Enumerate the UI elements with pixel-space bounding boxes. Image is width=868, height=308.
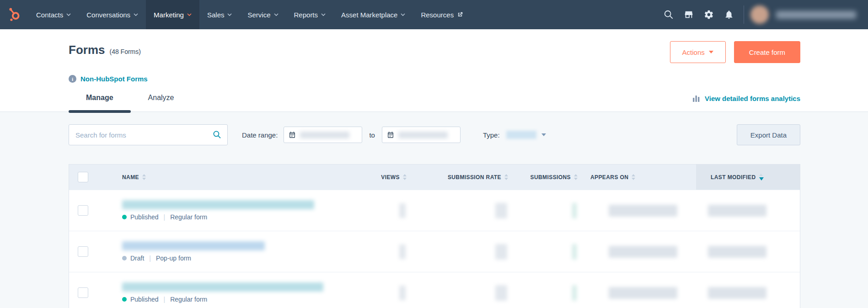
nav-label: Sales [207, 11, 225, 19]
nav-item-resources[interactable]: Resources [413, 0, 471, 29]
hubspot-logo-icon[interactable] [0, 0, 28, 29]
nav-item-contacts[interactable]: Contacts [28, 0, 79, 29]
main-content: Date range: to Type: Export Data NAME [0, 112, 868, 308]
export-data-button[interactable]: Export Data [737, 124, 800, 145]
type-label: Type: [483, 131, 500, 139]
search-input[interactable] [69, 124, 228, 145]
form-type-label: Regular form [170, 213, 207, 221]
column-label: SUBMISSIONS [530, 174, 571, 181]
submissions-value-redacted [572, 203, 577, 218]
create-form-button[interactable]: Create form [734, 41, 800, 63]
nav-label: Asset Marketplace [341, 11, 397, 19]
sort-carets-icon [632, 174, 635, 180]
row-checkbox[interactable] [78, 246, 88, 257]
nav-item-service[interactable]: Service [240, 0, 286, 29]
top-navbar: Contacts Conversations Marketing Sales S… [0, 0, 868, 29]
nav-item-marketing[interactable]: Marketing [146, 0, 199, 29]
forms-count: (48 Forms) [109, 48, 140, 55]
chevron-down-icon [541, 133, 546, 136]
status-divider: | [164, 296, 166, 303]
submission-rate-value-redacted [495, 244, 507, 260]
sort-carets-icon [142, 174, 146, 180]
date-start-input[interactable] [284, 127, 362, 143]
row-checkbox[interactable] [78, 205, 88, 216]
nav-item-asset-marketplace[interactable]: Asset Marketplace [333, 0, 413, 29]
bar-chart-icon [692, 94, 701, 102]
start-date-value-redacted [300, 132, 349, 138]
nav-marketplace-button[interactable] [679, 0, 699, 29]
status-label: Published [130, 296, 159, 303]
chevron-down-icon [709, 51, 713, 53]
status-dot-published [122, 297, 127, 302]
user-avatar[interactable] [750, 5, 769, 24]
table-row: Draft | Pop-up form [69, 231, 800, 272]
tab-bar: Manage Analyze [69, 94, 192, 112]
row-checkbox[interactable] [78, 287, 88, 298]
nav-item-reports[interactable]: Reports [286, 0, 334, 29]
form-name-redacted[interactable] [122, 282, 323, 292]
last-modified-value-redacted [708, 287, 766, 299]
chevron-down-icon [66, 13, 71, 16]
last-modified-value-redacted [708, 246, 766, 258]
account-name-redacted[interactable] [776, 11, 856, 19]
column-header-last-modified[interactable]: LAST MODIFIED [696, 165, 800, 190]
status-label: Draft [130, 255, 144, 262]
submission-rate-value-redacted [495, 203, 507, 218]
select-all-checkbox[interactable] [78, 172, 88, 182]
primary-nav: Contacts Conversations Marketing Sales S… [28, 0, 471, 29]
nav-notifications-button[interactable] [719, 0, 739, 29]
actions-button[interactable]: Actions [670, 41, 726, 63]
nav-item-conversations[interactable]: Conversations [79, 0, 146, 29]
forms-table: NAME VIEWS SUBMISSION RATE SUBMISSIONS A… [69, 164, 800, 308]
form-name-redacted[interactable] [122, 241, 265, 250]
tab-manage[interactable]: Manage [69, 94, 131, 112]
column-header-name[interactable]: NAME [96, 165, 371, 190]
nav-search-button[interactable] [659, 0, 679, 29]
tab-analyze[interactable]: Analyze [131, 94, 192, 112]
chevron-down-icon [134, 13, 138, 16]
nav-label: Conversations [86, 11, 130, 19]
navbar-right [659, 0, 868, 29]
column-header-appears-on[interactable]: APPEARS ON [583, 165, 696, 190]
submissions-value-redacted [572, 285, 577, 301]
type-dropdown[interactable] [506, 131, 546, 139]
nav-settings-button[interactable] [699, 0, 719, 29]
notifications-bell-icon [724, 10, 734, 20]
last-modified-value-redacted [708, 205, 766, 217]
nav-label: Resources [421, 11, 454, 19]
table-header-row: NAME VIEWS SUBMISSION RATE SUBMISSIONS A… [69, 165, 800, 190]
nav-item-sales[interactable]: Sales [199, 0, 240, 29]
sprocket-icon [7, 7, 21, 22]
appears-on-value-redacted [609, 246, 677, 258]
date-end-input[interactable] [382, 127, 461, 143]
chevron-down-icon [401, 13, 405, 16]
nav-label: Reports [294, 11, 318, 19]
non-hubspot-forms-link[interactable]: Non-HubSpot Forms [80, 75, 148, 83]
search-forms-box [69, 124, 228, 145]
nav-label: Contacts [36, 11, 63, 19]
column-header-submissions[interactable]: SUBMISSIONS [514, 165, 583, 190]
page-header: Forms (48 Forms) Actions Create form i N… [0, 29, 868, 112]
appears-on-value-redacted [609, 287, 677, 299]
sort-carets-icon [504, 174, 508, 180]
sort-carets-icon [574, 174, 578, 180]
chevron-down-icon [227, 13, 232, 16]
analytics-link-label: View detailed forms analytics [705, 95, 800, 102]
date-range-label: Date range: [242, 131, 278, 139]
column-header-submission-rate[interactable]: SUBMISSION RATE [412, 165, 514, 190]
form-name-redacted[interactable] [122, 200, 314, 209]
view-analytics-link[interactable]: View detailed forms analytics [692, 94, 800, 112]
status-dot-draft [122, 256, 127, 260]
nav-label: Marketing [154, 11, 184, 19]
info-icon[interactable]: i [69, 75, 76, 83]
search-icon [213, 130, 221, 139]
chevron-down-icon [187, 13, 192, 16]
status-divider: | [164, 213, 166, 221]
column-header-views[interactable]: VIEWS [371, 165, 412, 190]
column-label: SUBMISSION RATE [448, 174, 501, 181]
appears-on-value-redacted [609, 205, 677, 217]
calendar-icon [387, 131, 394, 138]
to-label: to [369, 131, 375, 139]
sort-desc-icon [759, 174, 764, 181]
page-title: Forms [69, 43, 105, 57]
